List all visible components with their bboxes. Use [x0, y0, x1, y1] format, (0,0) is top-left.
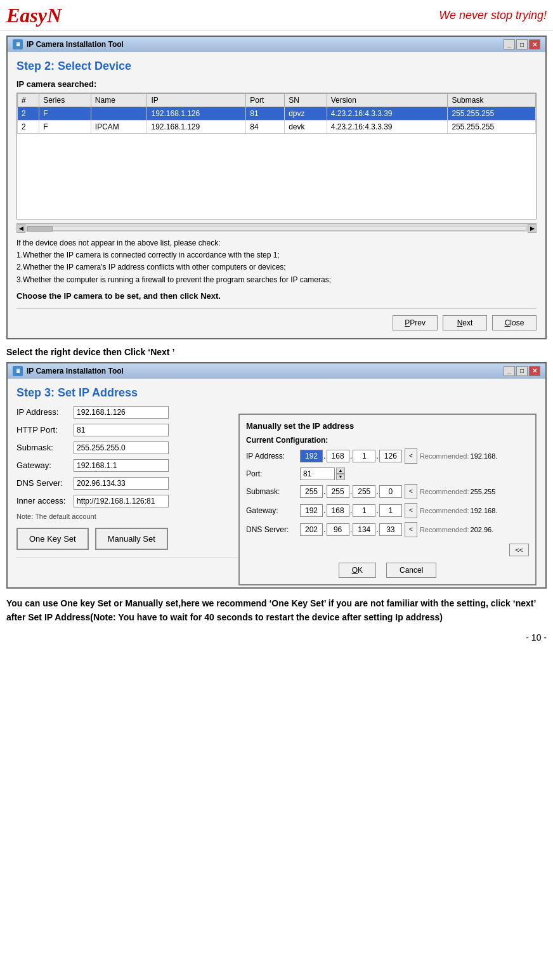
note-text: Note: The default account	[16, 513, 207, 520]
window2-icon: 🖥	[13, 366, 23, 376]
port-spin-down[interactable]: ▼	[336, 474, 345, 480]
popup-ip-seg1[interactable]	[300, 450, 323, 462]
info-line-0: If the device does not appear in the abo…	[16, 237, 537, 249]
recommended-sub-label: Recommended:	[420, 488, 469, 495]
popup-gw-seg2[interactable]	[327, 504, 349, 517]
popup-sub-seg4[interactable]	[379, 485, 402, 498]
col-submask: Submask	[448, 94, 536, 107]
window1-body: Step 2: Select Device IP camera searched…	[8, 52, 545, 338]
window1-titlebar: 🖥 IP Camera Installation Tool _ □ ✕	[8, 37, 545, 52]
popup-submask-row: Submask: . . . < Recommended: 255.255	[246, 484, 529, 499]
window2-close-btn[interactable]: ✕	[529, 366, 540, 376]
col-ip: IP	[147, 94, 246, 107]
popup-ip-angle-btn[interactable]: <	[405, 448, 417, 464]
bottom-text: You can use One key Set or Manually set,…	[6, 596, 547, 625]
popup-gw-seg4[interactable]	[379, 504, 402, 517]
popup-ip-seg2[interactable]	[327, 450, 349, 462]
popup-gw-seg1[interactable]	[300, 504, 323, 517]
popup-dns-angle-btn[interactable]: <	[405, 522, 417, 537]
page-number: - 10 -	[0, 630, 553, 645]
window1-titlebar-left: 🖥 IP Camera Installation Tool	[13, 39, 124, 49]
popup-dns-seg3[interactable]	[353, 523, 375, 536]
row1-series: F	[39, 107, 91, 121]
inner-access-input[interactable]	[74, 495, 169, 507]
row2-submask: 255.255.255	[448, 121, 536, 134]
popup-ok-btn[interactable]: OK	[339, 563, 376, 578]
one-key-set-btn[interactable]: One Key Set	[16, 528, 89, 550]
device-table-container: # Series Name IP Port SN Version Submask…	[16, 93, 537, 219]
row2-series: F	[39, 121, 91, 134]
window1-prev-btn[interactable]: PPrev	[393, 315, 438, 330]
scroll-left-btn[interactable]: ◀	[16, 224, 25, 233]
popup-ip-seg3[interactable]	[353, 450, 375, 462]
ip-address-input[interactable]	[74, 406, 169, 419]
recommended-label: Recommended:	[420, 452, 469, 460]
popup-sub-angle-btn[interactable]: <	[405, 484, 417, 499]
window1-close-btn[interactable]: ✕	[529, 39, 540, 49]
port-spinner: ▲ ▼	[336, 467, 345, 480]
popup-dns-seg4[interactable]	[379, 523, 402, 536]
scrollbar-thumb[interactable]	[27, 226, 53, 232]
popup-port-group: ▲ ▼	[300, 467, 345, 480]
http-port-label: HTTP Port:	[16, 425, 74, 434]
window2-minimize-btn[interactable]: _	[504, 366, 515, 376]
popup-port-input[interactable]	[300, 467, 335, 480]
col-num: #	[18, 94, 39, 107]
between-text-1: Select the right device then Click ‘Next…	[6, 347, 547, 357]
recommended-gw-label: Recommended:	[420, 507, 469, 514]
window1-minimize-btn[interactable]: _	[504, 39, 515, 49]
window1-close-btn[interactable]: Close	[492, 315, 537, 330]
recommended-ip-value: 192.168.	[471, 452, 498, 460]
dns-server-label: DNS Server:	[16, 478, 74, 488]
row2-num: 2	[18, 121, 39, 134]
row2-port: 84	[246, 121, 285, 134]
window1-title: IP Camera Installation Tool	[27, 40, 124, 49]
window2-body: Step 3: Set IP Address IP Address: HTTP …	[8, 379, 545, 587]
info-text-block: If the device does not appear in the abo…	[16, 237, 537, 286]
page-header: EasyN We never stop trying!	[0, 0, 553, 30]
window2-maximize-btn[interactable]: □	[516, 366, 528, 376]
submask-input[interactable]	[74, 441, 169, 454]
popup-btn-row: OK Cancel	[246, 563, 529, 578]
popup-dns-label: DNS Server:	[246, 525, 300, 534]
inner-access-row: Inner access:	[16, 495, 207, 507]
popup-cancel-btn[interactable]: Cancel	[386, 563, 436, 578]
popup-ip-seg4[interactable]	[379, 450, 402, 462]
popup-sub-seg1[interactable]	[300, 485, 323, 498]
popup-title: Manually set the IP address	[246, 421, 529, 431]
dns-server-input[interactable]	[74, 477, 169, 490]
ip-address-label: IP Address:	[16, 407, 74, 417]
popup-sub-seg2[interactable]	[327, 485, 349, 498]
step3-left-form: IP Address: HTTP Port: Submask: Gateway:…	[16, 406, 207, 550]
window2-title: IP Camera Installation Tool	[27, 367, 124, 376]
table-scrollbar: ◀ ▶	[16, 223, 537, 232]
scrollbar-track	[27, 226, 526, 231]
window2: 🖥 IP Camera Installation Tool _ □ ✕ Step…	[6, 362, 547, 589]
window1-next-btn[interactable]: Next	[443, 315, 487, 330]
http-port-input[interactable]	[74, 424, 169, 436]
brand-logo: EasyN	[6, 4, 62, 27]
current-config-label: Current Configuration:	[246, 436, 529, 445]
popup-gw-angle-btn[interactable]: <	[405, 503, 417, 518]
table-row[interactable]: 2 F 192.168.1.126 81 dpvz 4.23.2.16:4.3.…	[18, 107, 536, 121]
row2-name: IPCAM	[91, 121, 147, 134]
double-angle-btn[interactable]: <<	[509, 544, 529, 556]
popup-port-label: Port:	[246, 469, 300, 478]
window1-maximize-btn[interactable]: □	[516, 39, 528, 49]
popup-gateway-row: Gateway: . . . < Recommended: 192.168.	[246, 503, 529, 518]
popup-gw-seg3[interactable]	[353, 504, 375, 517]
manually-set-btn[interactable]: Manually Set	[95, 528, 168, 550]
scroll-right-btn[interactable]: ▶	[528, 224, 537, 233]
popup-dns-seg1[interactable]	[300, 523, 323, 536]
tagline: We never stop trying!	[439, 9, 547, 22]
popup-dns-seg2[interactable]	[327, 523, 349, 536]
port-spin-up[interactable]: ▲	[336, 467, 345, 474]
popup-sub-seg3[interactable]	[353, 485, 375, 498]
gateway-input[interactable]	[74, 459, 169, 472]
popup-submask-input-group: . . . < Recommended: 255.255	[300, 484, 495, 499]
row1-version: 4.23.2.16:4.3.3.39	[327, 107, 448, 121]
table-row[interactable]: 2 F IPCAM 192.168.1.129 84 devk 4.23.2.1…	[18, 121, 536, 134]
popup-ip-input-group: . . . < Recommended: 192.168.	[300, 448, 497, 464]
manually-set-popup: Manually set the IP address Current Conf…	[238, 414, 537, 585]
row1-port: 81	[246, 107, 285, 121]
